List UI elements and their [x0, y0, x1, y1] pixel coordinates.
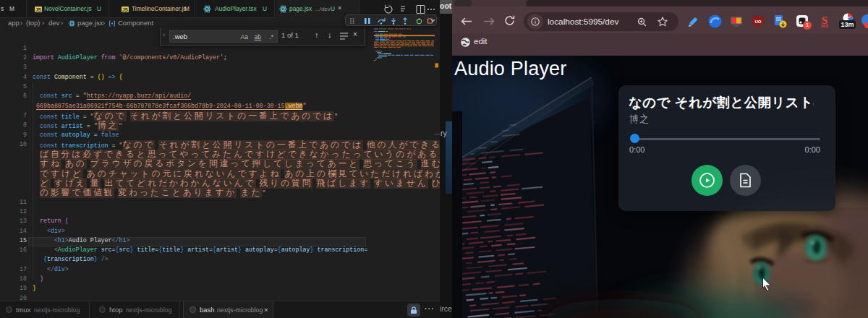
svg-text:SEO: SEO [821, 25, 828, 28]
svg-text:13m: 13m [841, 21, 854, 28]
svg-text:UO: UO [755, 20, 762, 24]
svg-text:1: 1 [806, 22, 809, 28]
